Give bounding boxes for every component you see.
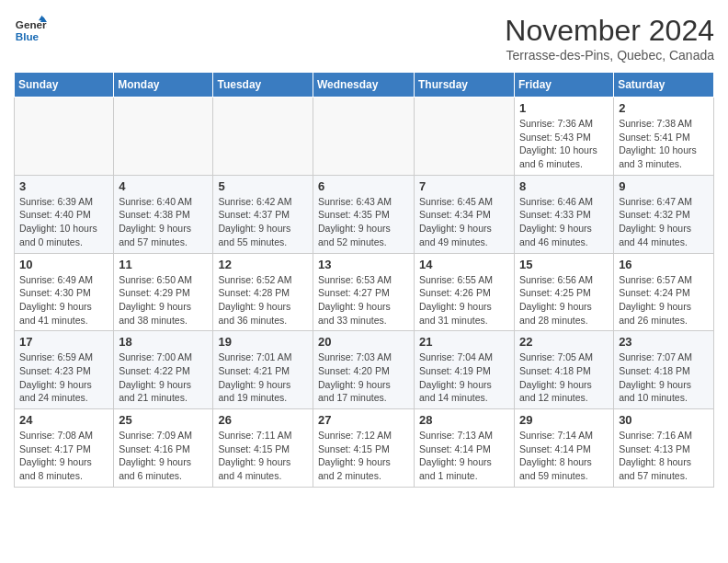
weekday-header-cell: Sunday <box>15 73 114 98</box>
weekday-header-cell: Wednesday <box>313 73 415 98</box>
day-number: 3 <box>19 179 108 193</box>
calendar-day-cell: 27Sunrise: 7:12 AM Sunset: 4:15 PM Dayli… <box>313 409 415 488</box>
day-number: 1 <box>519 101 609 115</box>
calendar-day-cell <box>313 98 415 176</box>
day-number: 23 <box>619 335 709 349</box>
calendar-day-cell: 7Sunrise: 6:45 AM Sunset: 4:34 PM Daylig… <box>415 175 515 253</box>
day-number: 5 <box>218 179 308 193</box>
day-info: Sunrise: 7:14 AM Sunset: 4:14 PM Dayligh… <box>519 429 609 483</box>
calendar-day-cell: 8Sunrise: 6:46 AM Sunset: 4:33 PM Daylig… <box>515 175 614 253</box>
day-info: Sunrise: 6:47 AM Sunset: 4:32 PM Dayligh… <box>619 195 709 249</box>
day-info: Sunrise: 7:05 AM Sunset: 4:18 PM Dayligh… <box>519 350 609 405</box>
svg-text:Blue: Blue <box>16 30 40 42</box>
calendar-day-cell: 9Sunrise: 6:47 AM Sunset: 4:32 PM Daylig… <box>614 175 714 253</box>
calendar-day-cell: 29Sunrise: 7:14 AM Sunset: 4:14 PM Dayli… <box>515 409 614 488</box>
logo: General Blue <box>14 14 47 47</box>
day-info: Sunrise: 6:45 AM Sunset: 4:34 PM Dayligh… <box>419 195 509 249</box>
location-subtitle: Terrasse-des-Pins, Quebec, Canada <box>505 48 714 63</box>
calendar-day-cell: 3Sunrise: 6:39 AM Sunset: 4:40 PM Daylig… <box>15 175 114 253</box>
calendar-day-cell: 11Sunrise: 6:50 AM Sunset: 4:29 PM Dayli… <box>114 253 213 331</box>
calendar-day-cell: 10Sunrise: 6:49 AM Sunset: 4:30 PM Dayli… <box>15 253 114 331</box>
calendar-day-cell: 16Sunrise: 6:57 AM Sunset: 4:24 PM Dayli… <box>614 253 714 331</box>
day-number: 14 <box>419 258 509 271</box>
day-info: Sunrise: 7:13 AM Sunset: 4:14 PM Dayligh… <box>419 429 509 483</box>
weekday-header-row: SundayMondayTuesdayWednesdayThursdayFrid… <box>15 73 714 98</box>
day-number: 8 <box>519 179 609 193</box>
day-info: Sunrise: 6:53 AM Sunset: 4:27 PM Dayligh… <box>318 273 409 327</box>
day-number: 10 <box>19 258 108 271</box>
calendar-day-cell <box>15 98 114 176</box>
day-info: Sunrise: 6:50 AM Sunset: 4:29 PM Dayligh… <box>119 273 208 327</box>
calendar-body: 1Sunrise: 7:36 AM Sunset: 5:43 PM Daylig… <box>15 98 714 488</box>
calendar-day-cell: 21Sunrise: 7:04 AM Sunset: 4:19 PM Dayli… <box>415 331 515 409</box>
calendar-week-row: 1Sunrise: 7:36 AM Sunset: 5:43 PM Daylig… <box>15 98 714 176</box>
day-number: 2 <box>619 101 709 115</box>
calendar-day-cell: 13Sunrise: 6:53 AM Sunset: 4:27 PM Dayli… <box>313 253 415 331</box>
day-number: 16 <box>619 258 709 271</box>
day-info: Sunrise: 7:07 AM Sunset: 4:18 PM Dayligh… <box>619 350 709 405</box>
calendar-week-row: 3Sunrise: 6:39 AM Sunset: 4:40 PM Daylig… <box>15 175 714 253</box>
calendar-week-row: 17Sunrise: 6:59 AM Sunset: 4:23 PM Dayli… <box>15 331 714 409</box>
day-info: Sunrise: 6:55 AM Sunset: 4:26 PM Dayligh… <box>419 273 509 327</box>
day-number: 11 <box>119 258 208 271</box>
day-number: 29 <box>519 413 609 427</box>
day-info: Sunrise: 6:46 AM Sunset: 4:33 PM Dayligh… <box>519 195 609 249</box>
day-number: 28 <box>419 413 509 427</box>
calendar-table: SundayMondayTuesdayWednesdayThursdayFrid… <box>14 72 714 488</box>
calendar-day-cell: 4Sunrise: 6:40 AM Sunset: 4:38 PM Daylig… <box>114 175 213 253</box>
calendar-day-cell: 18Sunrise: 7:00 AM Sunset: 4:22 PM Dayli… <box>114 331 213 409</box>
day-number: 22 <box>519 335 609 349</box>
day-info: Sunrise: 7:38 AM Sunset: 5:41 PM Dayligh… <box>619 117 709 171</box>
calendar-day-cell <box>415 98 515 176</box>
day-info: Sunrise: 7:12 AM Sunset: 4:15 PM Dayligh… <box>318 429 409 483</box>
calendar-day-cell: 14Sunrise: 6:55 AM Sunset: 4:26 PM Dayli… <box>415 253 515 331</box>
day-info: Sunrise: 7:08 AM Sunset: 4:17 PM Dayligh… <box>19 429 108 483</box>
day-info: Sunrise: 7:09 AM Sunset: 4:16 PM Dayligh… <box>119 429 208 483</box>
weekday-header-cell: Tuesday <box>213 73 313 98</box>
calendar-day-cell: 2Sunrise: 7:38 AM Sunset: 5:41 PM Daylig… <box>614 98 714 176</box>
weekday-header-cell: Monday <box>114 73 213 98</box>
day-number: 27 <box>318 413 409 427</box>
day-info: Sunrise: 6:56 AM Sunset: 4:25 PM Dayligh… <box>519 273 609 327</box>
day-info: Sunrise: 7:04 AM Sunset: 4:19 PM Dayligh… <box>419 350 509 405</box>
calendar-week-row: 24Sunrise: 7:08 AM Sunset: 4:17 PM Dayli… <box>15 409 714 488</box>
month-title: November 2024 <box>505 14 714 48</box>
calendar-day-cell: 26Sunrise: 7:11 AM Sunset: 4:15 PM Dayli… <box>213 409 313 488</box>
calendar-day-cell: 12Sunrise: 6:52 AM Sunset: 4:28 PM Dayli… <box>213 253 313 331</box>
calendar-day-cell: 5Sunrise: 6:42 AM Sunset: 4:37 PM Daylig… <box>213 175 313 253</box>
calendar-day-cell: 6Sunrise: 6:43 AM Sunset: 4:35 PM Daylig… <box>313 175 415 253</box>
day-info: Sunrise: 6:42 AM Sunset: 4:37 PM Dayligh… <box>218 195 308 249</box>
calendar-day-cell: 22Sunrise: 7:05 AM Sunset: 4:18 PM Dayli… <box>515 331 614 409</box>
logo-icon: General Blue <box>14 14 47 47</box>
day-number: 21 <box>419 335 509 349</box>
day-number: 6 <box>318 179 409 193</box>
calendar-day-cell <box>114 98 213 176</box>
day-number: 9 <box>619 179 709 193</box>
day-number: 17 <box>19 335 108 349</box>
day-number: 15 <box>519 258 609 271</box>
day-info: Sunrise: 7:03 AM Sunset: 4:20 PM Dayligh… <box>318 350 409 405</box>
day-info: Sunrise: 6:52 AM Sunset: 4:28 PM Dayligh… <box>218 273 308 327</box>
day-number: 30 <box>619 413 709 427</box>
day-number: 13 <box>318 258 409 271</box>
day-info: Sunrise: 6:43 AM Sunset: 4:35 PM Dayligh… <box>318 195 409 249</box>
day-info: Sunrise: 7:16 AM Sunset: 4:13 PM Dayligh… <box>619 429 709 483</box>
day-number: 24 <box>19 413 108 427</box>
calendar-week-row: 10Sunrise: 6:49 AM Sunset: 4:30 PM Dayli… <box>15 253 714 331</box>
weekday-header-cell: Thursday <box>415 73 515 98</box>
day-info: Sunrise: 7:11 AM Sunset: 4:15 PM Dayligh… <box>218 429 308 483</box>
day-info: Sunrise: 6:59 AM Sunset: 4:23 PM Dayligh… <box>19 350 108 405</box>
day-number: 4 <box>119 179 208 193</box>
calendar-day-cell: 1Sunrise: 7:36 AM Sunset: 5:43 PM Daylig… <box>515 98 614 176</box>
calendar-day-cell: 17Sunrise: 6:59 AM Sunset: 4:23 PM Dayli… <box>15 331 114 409</box>
day-number: 25 <box>119 413 208 427</box>
day-number: 12 <box>218 258 308 271</box>
title-block: November 2024 Terrasse-des-Pins, Quebec,… <box>505 14 714 63</box>
weekday-header-cell: Saturday <box>614 73 714 98</box>
day-info: Sunrise: 6:57 AM Sunset: 4:24 PM Dayligh… <box>619 273 709 327</box>
calendar-day-cell: 15Sunrise: 6:56 AM Sunset: 4:25 PM Dayli… <box>515 253 614 331</box>
calendar-day-cell: 30Sunrise: 7:16 AM Sunset: 4:13 PM Dayli… <box>614 409 714 488</box>
day-info: Sunrise: 7:00 AM Sunset: 4:22 PM Dayligh… <box>119 350 208 405</box>
day-number: 26 <box>218 413 308 427</box>
calendar-day-cell: 25Sunrise: 7:09 AM Sunset: 4:16 PM Dayli… <box>114 409 213 488</box>
